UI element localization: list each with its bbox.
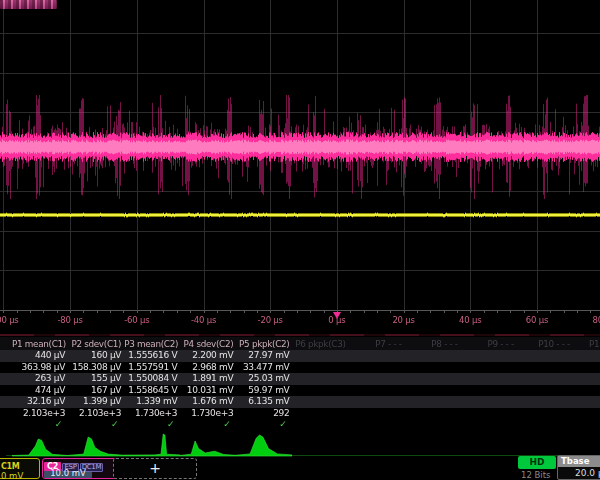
measurement-value: [292, 373, 348, 385]
measurement-value: 6.135 mV: [236, 396, 292, 408]
measurement-value: [292, 396, 348, 408]
add-trace-button[interactable]: +: [113, 458, 197, 479]
measurement-value: [573, 362, 600, 374]
param-header-p7[interactable]: P7 - - -: [349, 337, 405, 350]
measurement-value: 2.968 mV: [180, 362, 236, 374]
status-check-icon: [517, 419, 573, 429]
measurement-value: 1.555616 V: [124, 350, 180, 362]
measurement-value: [292, 362, 348, 374]
measurement-value: 10.031 mV: [180, 385, 236, 397]
measurement-value: 2.103e+3: [68, 408, 124, 420]
channel-c2-descriptor[interactable]: C2ESPDC1M 10.0 mV: [42, 458, 118, 479]
status-check-icon: [405, 419, 461, 429]
measurement-value: [349, 385, 405, 397]
timebase-descriptor[interactable]: Tbase 20.0 µs/div: [557, 455, 600, 480]
time-axis-label: -40 µs: [191, 315, 216, 325]
measurement-value: 1.557591 V: [124, 362, 180, 374]
measurement-value: 292: [236, 408, 292, 420]
param-header-p3[interactable]: P3 mean(C2): [124, 337, 180, 350]
measurement-value: 1.891 mV: [180, 373, 236, 385]
status-check-icon: [573, 419, 600, 429]
measurement-value: 1.676 mV: [180, 396, 236, 408]
hd-bits-label: 12 Bits: [521, 470, 550, 480]
measurement-value: 2.200 mV: [180, 350, 236, 362]
measurement-value: 1.399 µV: [68, 396, 124, 408]
param-header-p5[interactable]: P5 pkpk(C2): [236, 337, 292, 350]
time-axis-label: -80 µs: [57, 315, 82, 325]
measurement-value: 263 µV: [12, 373, 68, 385]
time-axis-label: 20 µs: [392, 315, 414, 325]
param-header-p6[interactable]: P6 pkpk(C3): [292, 337, 348, 350]
status-check-icon: [349, 419, 405, 429]
table-top-separator: [0, 334, 600, 336]
histicon-p5[interactable]: [236, 430, 292, 457]
c2-vdiv-value: 10.0 mV: [44, 469, 92, 478]
measurement-value: [517, 408, 573, 420]
oscilloscope-screen: -100 µs-80 µs-60 µs-40 µs-20 µs0 µs20 µs…: [0, 0, 600, 480]
clipped-header-badge[interactable]: [0, 0, 57, 9]
measurement-value: [292, 385, 348, 397]
measurement-value: 474 µV: [12, 385, 68, 397]
bottom-bar: C1M 0 mV C2ESPDC1M 10.0 mV + HD 12 Bits …: [0, 458, 600, 480]
trigger-position-marker[interactable]: [333, 312, 341, 319]
hd-mode-badge[interactable]: HD: [518, 456, 556, 469]
measurement-value: [517, 350, 573, 362]
measurement-value: [349, 408, 405, 420]
param-header-p1[interactable]: P1 mean(C1): [12, 337, 68, 350]
measurement-value: 1.550084 V: [124, 373, 180, 385]
histicon-p3[interactable]: [124, 430, 180, 457]
measurement-value: [292, 408, 348, 420]
measurement-value: 1.558645 V: [124, 385, 180, 397]
measurement-value: [573, 396, 600, 408]
time-axis-label: 60 µs: [526, 315, 548, 325]
measurement-value: 440 µV: [12, 350, 68, 362]
param-header-p10[interactable]: P10 - - -: [517, 337, 573, 350]
measurement-value: [461, 350, 517, 362]
measurement-value: [517, 362, 573, 374]
measurement-value: [405, 385, 461, 397]
measurement-value: [461, 396, 517, 408]
measurement-value: [405, 408, 461, 420]
measurement-value: [349, 373, 405, 385]
measurement-value: [405, 362, 461, 374]
param-header-p2[interactable]: P2 sdev(C1): [68, 337, 124, 350]
measurement-value: [349, 362, 405, 374]
measurement-value: 167 µV: [68, 385, 124, 397]
param-header-p9[interactable]: P9 - - -: [461, 337, 517, 350]
measurement-value: 1.730e+3: [124, 408, 180, 420]
measurement-value: [573, 350, 600, 362]
histicon-p4[interactable]: [180, 430, 236, 457]
status-check-icon: ✓: [180, 419, 236, 429]
channel-c1-descriptor[interactable]: C1M 0 mV: [0, 458, 40, 479]
waveform-graticule[interactable]: [0, 0, 600, 313]
measurement-value: 160 µV: [68, 350, 124, 362]
measurement-value: [461, 408, 517, 420]
measurement-value: 25.03 mV: [236, 373, 292, 385]
measurement-value: 1.339 mV: [124, 396, 180, 408]
param-header-p4[interactable]: P4 sdev(C2): [180, 337, 236, 350]
timebase-title: Tbase: [558, 456, 600, 467]
param-header-p11[interactable]: P11: [573, 337, 600, 350]
param-header-p8[interactable]: P8 - - -: [405, 337, 461, 350]
measurement-value: [461, 385, 517, 397]
measurement-value: 59.97 mV: [236, 385, 292, 397]
measurement-value: [573, 373, 600, 385]
measurement-value: [405, 373, 461, 385]
add-trace-label: +: [149, 460, 161, 476]
measurement-value: 158.308 µV: [68, 362, 124, 374]
measurement-value: 32.16 µV: [12, 396, 68, 408]
measurement-table: P1 mean(C1)P2 sdev(C1)P3 mean(C2)P4 sdev…: [0, 337, 600, 429]
time-axis-label: 80 µs: [593, 315, 600, 325]
time-axis-label: 40 µs: [459, 315, 481, 325]
measurement-value: [573, 408, 600, 420]
measurement-value: [349, 350, 405, 362]
c1-vdiv-value: 0 mV: [1, 471, 23, 480]
time-axis: -100 µs-80 µs-60 µs-40 µs-20 µs0 µs20 µs…: [0, 312, 600, 328]
histicon-p1[interactable]: [12, 430, 68, 457]
time-axis-label: -20 µs: [258, 315, 283, 325]
status-check-icon: [461, 419, 517, 429]
histicon-p2[interactable]: [68, 430, 124, 457]
measurement-value: [405, 350, 461, 362]
measurement-value: 1.730e+3: [180, 408, 236, 420]
timebase-value: 20.0 µs/div: [558, 467, 600, 479]
